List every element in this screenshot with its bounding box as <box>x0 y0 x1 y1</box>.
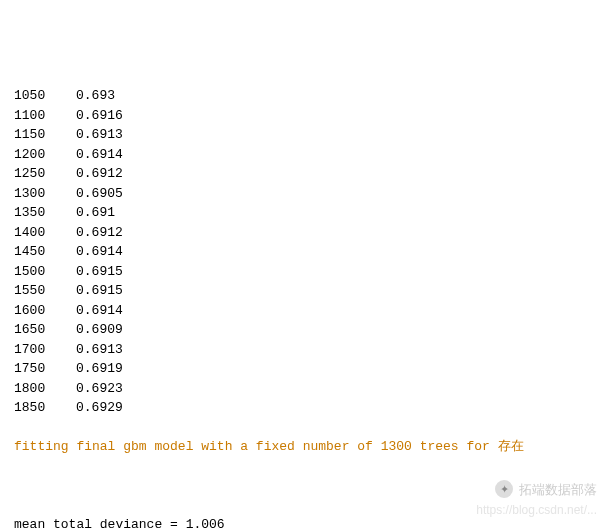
trees-cell: 1850 <box>14 398 76 418</box>
table-row: 18500.6929 <box>14 398 597 418</box>
trees-cell: 1050 <box>14 86 76 106</box>
trees-cell: 1750 <box>14 359 76 379</box>
table-row: 14500.6914 <box>14 242 597 262</box>
deviance-cell: 0.6912 <box>76 223 123 243</box>
table-row: 13000.6905 <box>14 184 597 204</box>
trees-cell: 1600 <box>14 301 76 321</box>
table-row: 11000.6916 <box>14 106 597 126</box>
trees-cell: 1550 <box>14 281 76 301</box>
trees-cell: 1250 <box>14 164 76 184</box>
trees-cell: 1800 <box>14 379 76 399</box>
deviance-cell: 0.6915 <box>76 281 123 301</box>
table-row: 17000.6913 <box>14 340 597 360</box>
trees-cell: 1350 <box>14 203 76 223</box>
deviance-cell: 0.6914 <box>76 301 123 321</box>
deviance-cell: 0.6919 <box>76 359 123 379</box>
deviance-cell: 0.6914 <box>76 145 123 165</box>
table-row: 18000.6923 <box>14 379 597 399</box>
watermark-url: https://blog.csdn.net/... <box>476 501 597 519</box>
table-row: 12500.6912 <box>14 164 597 184</box>
deviance-cell: 0.6916 <box>76 106 123 126</box>
deviance-cell: 0.691 <box>76 203 115 223</box>
table-row: 17500.6919 <box>14 359 597 379</box>
deviance-cell: 0.693 <box>76 86 115 106</box>
deviance-cell: 0.6929 <box>76 398 123 418</box>
table-row: 15000.6915 <box>14 262 597 282</box>
trees-cell: 1500 <box>14 262 76 282</box>
trees-cell: 1300 <box>14 184 76 204</box>
watermark: ✦ 拓端数据部落 <box>495 480 597 500</box>
deviance-cell: 0.6912 <box>76 164 123 184</box>
table-row: 10500.693 <box>14 86 597 106</box>
deviance-cell: 0.6913 <box>76 340 123 360</box>
trees-cell: 1450 <box>14 242 76 262</box>
trees-cell: 1650 <box>14 320 76 340</box>
trees-cell: 1100 <box>14 106 76 126</box>
deviance-cell: 0.6915 <box>76 262 123 282</box>
table-row: 16000.6914 <box>14 301 597 321</box>
deviance-cell: 0.6909 <box>76 320 123 340</box>
deviance-cell: 0.6914 <box>76 242 123 262</box>
table-row: 13500.691 <box>14 203 597 223</box>
table-row: 15500.6915 <box>14 281 597 301</box>
watermark-label: 拓端数据部落 <box>519 480 597 500</box>
table-row: 16500.6909 <box>14 320 597 340</box>
deviance-cell: 0.6923 <box>76 379 123 399</box>
trees-cell: 1150 <box>14 125 76 145</box>
trees-cell: 1200 <box>14 145 76 165</box>
table-row: 14000.6912 <box>14 223 597 243</box>
deviance-table: 10500.69311000.691611500.691312000.69141… <box>14 86 597 418</box>
table-row: 11500.6913 <box>14 125 597 145</box>
table-row: 12000.6914 <box>14 145 597 165</box>
trees-cell: 1700 <box>14 340 76 360</box>
fitting-message: fitting final gbm model with a fixed num… <box>14 437 597 457</box>
wechat-icon: ✦ <box>495 480 513 498</box>
trees-cell: 1400 <box>14 223 76 243</box>
deviance-cell: 0.6905 <box>76 184 123 204</box>
deviance-cell: 0.6913 <box>76 125 123 145</box>
